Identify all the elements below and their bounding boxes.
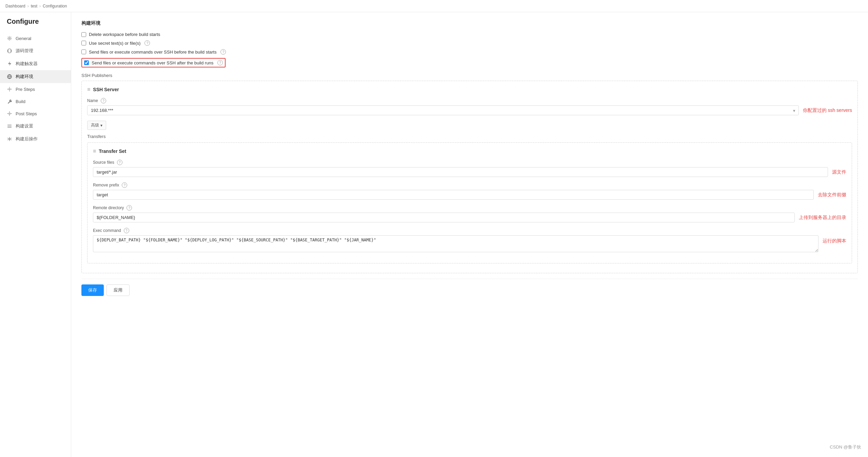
chevron-down-small-icon: ▾ xyxy=(100,123,102,128)
svg-rect-7 xyxy=(7,127,12,127)
breadcrumb-dashboard[interactable]: Dashboard xyxy=(5,4,25,8)
advanced-button[interactable]: 高级 ▾ xyxy=(87,121,106,130)
exec-label: Exec command ? xyxy=(93,228,846,233)
code-icon xyxy=(7,48,12,54)
sidebar-label-post-steps: Post Steps xyxy=(16,111,37,116)
sidebar-item-post-steps[interactable]: Post Steps xyxy=(0,107,71,120)
sidebar-item-build[interactable]: Build xyxy=(0,95,71,107)
main-layout: Configure General 源码管理 构建触发器 xyxy=(0,12,868,457)
source-files-help-icon[interactable]: ? xyxy=(117,160,122,165)
gear-icon xyxy=(7,36,12,41)
checkbox-row-2: Use secret text(s) or file(s) ? xyxy=(81,40,858,46)
remote-dir-help-icon[interactable]: ? xyxy=(127,205,132,211)
exec-help-icon[interactable]: ? xyxy=(124,228,129,233)
svg-rect-5 xyxy=(7,125,12,125)
source-files-input-row: 源文件 xyxy=(93,167,846,177)
remove-prefix-label: Remove prefix ? xyxy=(93,182,846,188)
help-icon-2[interactable]: ? xyxy=(144,40,150,46)
checkbox-label-2: Use secret text(s) or file(s) xyxy=(89,41,140,46)
remove-prefix-group: Remove prefix ? 去除文件前缀 xyxy=(93,182,846,200)
checkbox-label-3: Send files or execute commands over SSH … xyxy=(89,49,216,55)
globe-icon xyxy=(7,74,12,79)
sidebar-item-general[interactable]: General xyxy=(0,32,71,44)
svg-point-0 xyxy=(9,38,10,39)
sidebar-item-post-build[interactable]: 构建后操作 xyxy=(0,133,71,145)
breadcrumb-test[interactable]: test xyxy=(31,4,37,8)
checkbox-row-1: Delete workspace before build starts xyxy=(81,32,858,37)
exec-command-textarea[interactable]: ${DEPLOY_BAT_PATH} "${FOLDER_NAME}" "${D… xyxy=(93,235,818,252)
help-icon-4[interactable]: ? xyxy=(217,60,223,65)
transfer-set-header: ≡ Transfer Set xyxy=(93,148,846,154)
sidebar-label-source: 源码管理 xyxy=(16,48,33,54)
checkbox-label-4: Send files or execute commands over SSH … xyxy=(92,60,213,65)
remote-dir-group: Remote directory ? 上传到服务器上的目录 xyxy=(93,205,846,222)
exec-input-row: ${DEPLOY_BAT_PATH} "${FOLDER_NAME}" "${D… xyxy=(93,235,846,252)
sidebar-label-build-settings: 构建设置 xyxy=(16,123,33,129)
name-help-icon[interactable]: ? xyxy=(101,98,106,103)
sidebar-label-post-build: 构建后操作 xyxy=(16,136,38,142)
name-field-group: Name ? 192.168.*** ▾ 你配置过的 ssh servers xyxy=(87,98,852,115)
checkbox-ssh-before[interactable] xyxy=(81,49,86,54)
transfer-drag-icon: ≡ xyxy=(93,148,96,154)
sidebar-label-general: General xyxy=(16,36,31,41)
remote-dir-input[interactable] xyxy=(93,213,795,222)
checkbox-secret-text[interactable] xyxy=(81,41,86,45)
transfer-set-title: Transfer Set xyxy=(99,148,126,154)
transfer-set-card: ≡ Transfer Set Source files ? 源文件 xyxy=(87,142,852,263)
remote-dir-input-row: 上传到服务器上的目录 xyxy=(93,213,846,222)
drag-icon: ≡ xyxy=(87,86,90,93)
sidebar-label-pre-steps: Pre Steps xyxy=(16,87,35,92)
asterisk-icon xyxy=(7,136,12,142)
name-label: Name ? xyxy=(87,98,852,103)
help-icon-3[interactable]: ? xyxy=(220,49,226,55)
remote-dir-label: Remote directory ? xyxy=(93,205,846,211)
ssh-server-header: ≡ SSH Server xyxy=(87,86,852,93)
name-input-row: 192.168.*** ▾ 你配置过的 ssh servers xyxy=(87,105,852,115)
source-files-label: Source files ? xyxy=(93,160,846,165)
checkbox-row-3: Send files or execute commands over SSH … xyxy=(81,49,858,55)
remove-prefix-help-icon[interactable]: ? xyxy=(122,182,127,188)
ssh-publishers-section: SSH Publishers ≡ SSH Server Name ? xyxy=(81,73,858,273)
breadcrumb-config: Configuration xyxy=(43,4,67,8)
checkbox-delete-workspace[interactable] xyxy=(81,32,86,37)
transfers-label: Transfers xyxy=(87,134,852,139)
checkbox-label-1: Delete workspace before build starts xyxy=(89,32,160,37)
ssh-server-card: ≡ SSH Server Name ? 192.168.*** xyxy=(81,81,858,273)
remove-prefix-annotation: 去除文件前缀 xyxy=(818,192,846,198)
sidebar-label-build-env: 构建环境 xyxy=(16,74,33,80)
sidebar-item-build-env[interactable]: 构建环境 xyxy=(0,70,71,83)
exec-command-group: Exec command ? ${DEPLOY_BAT_PATH} "${FOL… xyxy=(93,228,846,252)
sidebar-item-pre-steps[interactable]: Pre Steps xyxy=(0,83,71,95)
sidebar-label-build: Build xyxy=(16,99,25,104)
name-annotation: 你配置过的 ssh servers xyxy=(803,107,852,114)
remote-dir-annotation: 上传到服务器上的目录 xyxy=(799,215,846,221)
lightning-icon xyxy=(7,61,12,66)
ssh-publishers-label: SSH Publishers xyxy=(81,73,858,78)
svg-point-3 xyxy=(9,88,10,90)
apply-button[interactable]: 应用 xyxy=(107,284,130,296)
source-files-annotation: 源文件 xyxy=(832,169,846,175)
ssh-server-title: SSH Server xyxy=(93,87,119,92)
sidebar-item-source[interactable]: 源码管理 xyxy=(0,44,71,57)
sidebar-item-build-settings[interactable]: 构建设置 xyxy=(0,120,71,133)
save-button[interactable]: 保存 xyxy=(81,284,104,296)
sidebar-item-trigger[interactable]: 构建触发器 xyxy=(0,57,71,70)
svg-point-1 xyxy=(7,49,12,53)
wrench-icon xyxy=(7,99,12,104)
pre-steps-icon xyxy=(7,86,12,92)
name-select-wrapper: 192.168.*** ▾ xyxy=(87,105,799,115)
settings-icon xyxy=(7,123,12,129)
source-files-group: Source files ? 源文件 xyxy=(93,160,846,177)
svg-point-4 xyxy=(9,113,10,114)
name-select[interactable]: 192.168.*** xyxy=(87,105,799,115)
post-steps-icon xyxy=(7,111,12,116)
topbar: Dashboard › test › Configuration xyxy=(0,0,868,12)
sidebar: Configure General 源码管理 构建触发器 xyxy=(0,12,71,457)
source-files-input[interactable] xyxy=(93,167,828,177)
remove-prefix-input[interactable] xyxy=(93,190,814,200)
sidebar-title: Configure xyxy=(0,18,71,32)
remove-prefix-input-row: 去除文件前缀 xyxy=(93,190,846,200)
checkbox-ssh-after[interactable] xyxy=(84,60,89,65)
breadcrumb: Dashboard › test › Configuration xyxy=(5,4,67,8)
checkbox-row-4: Send files or execute commands over SSH … xyxy=(81,58,858,67)
